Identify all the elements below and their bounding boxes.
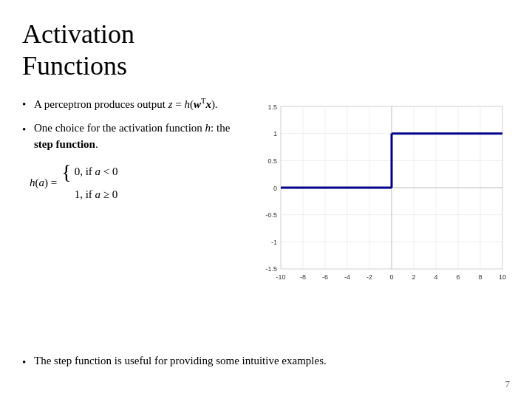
x-label-neg6: -6 xyxy=(322,273,328,281)
h-italic: h xyxy=(205,122,211,134)
y-label-1.5: 1.5 xyxy=(267,103,277,111)
x-label-neg4: -4 xyxy=(344,273,350,281)
y-label-0: 0 xyxy=(273,185,277,192)
bullet-1: • A perceptron produces output z = h(wTx… xyxy=(22,95,244,113)
x-label-neg8: -8 xyxy=(300,273,306,281)
chart-wrapper: 1.5 1 0.5 0 -0.5 -1 -1.5 -10 -8 -6 -4 -2… xyxy=(251,99,510,291)
content-area: • A perceptron produces output z = h(wTx… xyxy=(22,95,510,291)
math-h: h xyxy=(184,98,190,110)
y-label-neg0.5: -0.5 xyxy=(265,211,277,219)
x-label-6: 6 xyxy=(456,273,460,281)
bullet-dot-2: • xyxy=(22,122,34,137)
x-label-4: 4 xyxy=(434,273,437,281)
right-column: 1.5 1 0.5 0 -0.5 -1 -1.5 -10 -8 -6 -4 -2… xyxy=(251,95,510,291)
page-number: 7 xyxy=(505,378,511,390)
bullet-text-2: One choice for the activation function h… xyxy=(34,120,244,153)
bullet-3: • The step function is useful for provid… xyxy=(22,353,510,371)
x-label-neg10: -10 xyxy=(276,273,285,281)
formula-case2: 1, if a ≥ 0 xyxy=(75,188,118,200)
step-function-chart: 1.5 1 0.5 0 -0.5 -1 -1.5 -10 -8 -6 -4 -2… xyxy=(251,99,510,291)
y-label-1: 1 xyxy=(273,130,277,137)
y-label-0.5: 0.5 xyxy=(267,157,277,165)
x-label-10: 10 xyxy=(499,273,506,281)
formula-a: a xyxy=(39,177,45,188)
math-w: w xyxy=(194,98,201,110)
title-line2: Functions xyxy=(22,51,127,81)
math-z: z xyxy=(168,98,173,110)
x-label-0: 0 xyxy=(389,273,393,281)
formula-case1: 0, if a < 0 xyxy=(75,166,118,177)
left-column: • A perceptron produces output z = h(wTx… xyxy=(22,95,244,291)
title-line1: Activation xyxy=(22,19,134,49)
step-function-label: step function xyxy=(34,138,95,150)
bullet-dot-1: • xyxy=(22,97,34,112)
bullet-text-3: The step function is useful for providin… xyxy=(34,353,327,369)
slide-container: Activation Functions • A perceptron prod… xyxy=(0,0,532,399)
y-label-neg1.5: -1.5 xyxy=(265,265,277,273)
x-label-8: 8 xyxy=(478,273,482,281)
math-x: x xyxy=(205,98,211,110)
y-label-neg1: -1 xyxy=(271,239,277,246)
x-label-neg2: -2 xyxy=(366,273,372,281)
bullet-dot-3: • xyxy=(22,355,34,371)
math-formula: h(a) = { 0, if a < 0 1, if a ≥ 0 xyxy=(22,162,244,205)
x-label-2: 2 xyxy=(412,273,415,281)
formula-lhs: h xyxy=(30,177,35,188)
bullet-2: • One choice for the activation function… xyxy=(22,120,244,153)
slide-title: Activation Functions xyxy=(22,18,510,82)
bullet-text-1: A perceptron produces output z = h(wTx). xyxy=(34,95,218,113)
